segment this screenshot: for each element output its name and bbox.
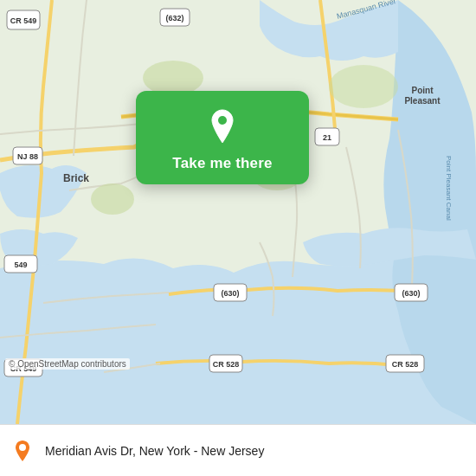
svg-text:CR 528: CR 528 bbox=[392, 360, 419, 369]
map-attribution: © OpenStreetMap contributors bbox=[5, 358, 130, 370]
svg-point-2 bbox=[91, 183, 134, 215]
svg-text:(630): (630) bbox=[221, 289, 239, 298]
svg-text:NJ 88: NJ 88 bbox=[17, 152, 38, 161]
svg-point-33 bbox=[19, 444, 26, 451]
svg-text:CR 528: CR 528 bbox=[213, 360, 240, 369]
svg-point-1 bbox=[143, 61, 203, 95]
footer-location-title: Meridian Avis Dr, New York - New Jersey bbox=[45, 444, 264, 458]
svg-point-4 bbox=[329, 65, 398, 108]
svg-text:CR 549: CR 549 bbox=[10, 16, 37, 25]
map-container[interactable]: CR 549 (632) NJ 88 NJ 70 549 21 (630) (6… bbox=[0, 0, 476, 424]
svg-text:Pleasant: Pleasant bbox=[404, 96, 441, 106]
svg-point-32 bbox=[218, 116, 227, 125]
svg-text:549: 549 bbox=[14, 261, 27, 269]
svg-text:Point Pleasant Canal: Point Pleasant Canal bbox=[445, 156, 453, 221]
footer-bar: Meridian Avis Dr, New York - New Jersey bbox=[0, 424, 476, 476]
popup-card[interactable]: Take me there bbox=[136, 91, 309, 184]
svg-text:(630): (630) bbox=[402, 289, 420, 298]
svg-text:(632): (632) bbox=[165, 14, 183, 23]
svg-text:Brick: Brick bbox=[63, 172, 89, 184]
location-pin-icon bbox=[203, 106, 242, 146]
take-me-there-label: Take me there bbox=[172, 155, 272, 172]
svg-text:21: 21 bbox=[323, 133, 331, 142]
svg-text:Point: Point bbox=[412, 86, 434, 95]
moovit-logo-icon bbox=[10, 439, 35, 463]
moovit-logo bbox=[10, 439, 35, 463]
